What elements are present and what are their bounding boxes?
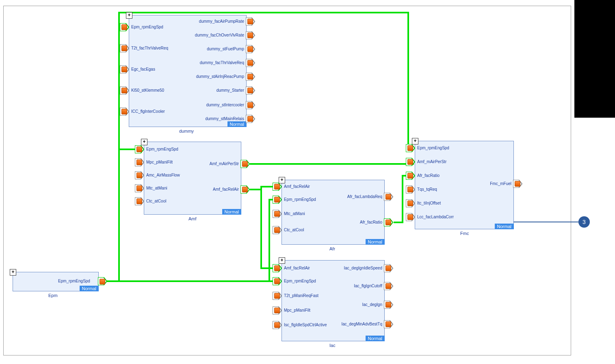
block-label: Iac [329,343,336,348]
port-label: dummy_stFuelPump [207,47,244,51]
output-port[interactable] [247,116,253,122]
expand-icon[interactable]: + [141,139,147,145]
wire [250,163,414,165]
output-port[interactable] [247,19,253,24]
port-label: Iac_degMinAdvBestTq [341,322,382,326]
output-port[interactable] [247,102,253,108]
input-port[interactable] [407,187,413,192]
port-label: Isc_flgIdleSpdCtrlActive [284,323,327,327]
input-port[interactable] [407,173,413,179]
output-port[interactable] [247,74,253,80]
port-label: Kl50_stKlemme50 [131,88,164,93]
port-label: Afr_facRatio [417,173,440,178]
port-label: Epm_rpmEngSpd [146,147,178,151]
input-port[interactable] [407,159,413,165]
output-port[interactable] [515,181,520,187]
port-label: dummy_Starter [217,88,244,93]
output-port[interactable] [385,283,391,289]
output-port[interactable] [247,32,253,38]
input-port[interactable] [121,24,127,30]
port-label: Mpc_pManiFilt [146,160,173,164]
input-port[interactable] [136,198,142,204]
wire [118,12,409,13]
expand-icon[interactable]: + [10,269,16,276]
block-label: Fmc [460,231,469,236]
port-label: dummy_facThrValveReq [200,60,244,65]
mode-badge: Normal [366,336,385,341]
input-port[interactable] [121,88,127,93]
port-label: Fmc_mFuel [490,181,511,186]
input-port[interactable] [274,265,280,271]
port-label: Iac_flgIgnCutoff [354,284,382,288]
port-label: Iac_degIgnIdleSpeed [344,266,382,270]
wire [260,186,262,269]
output-port[interactable] [385,321,391,327]
input-port[interactable] [407,200,413,206]
port-label: Epm_rpmEngSpd [58,279,90,283]
input-port[interactable] [136,146,142,152]
port-label: dummy_stMainRelais [205,116,244,121]
port-label: dummy_stIntercooler [206,103,244,107]
port-label: Epm_rpmEngSpd [284,197,316,202]
port-label: Epm_rpmEngSpd [417,146,449,150]
block-amf[interactable]: + Normal [144,142,241,215]
output-port[interactable] [100,279,105,284]
block-label: Amf [188,216,197,221]
input-port[interactable] [274,293,280,299]
input-port[interactable] [274,322,280,328]
diagram-canvas: + Normal Epm Epm_rpmEngSpd + Normal dumm… [3,6,571,355]
output-port[interactable] [247,88,253,93]
annotation-leader-line [513,222,578,222]
port-label: Amc_AirMassFlow [146,173,180,177]
port-label: Mtc_atMani [146,186,167,190]
output-port[interactable] [385,194,391,200]
input-port[interactable] [274,227,280,233]
input-port[interactable] [136,185,142,191]
input-port[interactable] [136,172,142,178]
output-port[interactable] [242,161,248,167]
input-port[interactable] [136,159,142,165]
port-label: Mpc_pManiFilt [284,308,310,312]
input-port[interactable] [121,45,127,51]
expand-icon[interactable]: + [279,257,285,264]
output-port[interactable] [385,220,391,225]
port-label: dummy_facChOverVlvRate [195,33,244,37]
port-label: Afr_facRatio [360,220,382,224]
output-port[interactable] [385,265,391,271]
wire [269,199,270,282]
black-right-panel [574,0,615,118]
port-label: dummy_facAirPumpRate [199,19,244,24]
mode-badge: Normal [495,224,514,229]
input-port[interactable] [121,67,127,72]
mode-badge: Normal [366,239,385,245]
port-label: Amf_facRelAir [213,187,239,192]
port-label: T2t_facThrValveReq [131,46,168,50]
output-port[interactable] [242,187,248,192]
input-port[interactable] [274,184,280,190]
port-label: Iac_degIgn [362,302,383,307]
port-label: T2t_pManiReqFast [284,293,318,298]
port-label: Amf_mAirPerStr [210,162,239,166]
mode-badge: Normal [80,286,99,291]
block-iac[interactable]: + Normal [282,260,385,341]
input-port[interactable] [407,145,413,151]
input-port[interactable] [274,308,280,313]
expand-icon[interactable]: + [126,12,132,19]
wire [402,175,403,223]
port-label: Egc_facEgas [131,67,155,71]
input-port[interactable] [121,109,127,114]
block-label: dummy [179,129,194,134]
port-label: Mtc_atMani [284,211,305,216]
input-port[interactable] [274,278,280,284]
input-port[interactable] [274,211,280,217]
port-label: Tqs_tqReq [417,187,437,192]
input-port[interactable] [274,197,280,202]
output-port[interactable] [247,46,253,52]
output-port[interactable] [385,302,391,308]
port-label: Epm_rpmEngSpd [284,279,316,283]
output-port[interactable] [247,60,253,66]
expand-icon[interactable]: + [412,138,418,144]
input-port[interactable] [407,214,413,220]
port-label: Ctc_atCool [146,199,166,203]
wire [118,280,270,282]
